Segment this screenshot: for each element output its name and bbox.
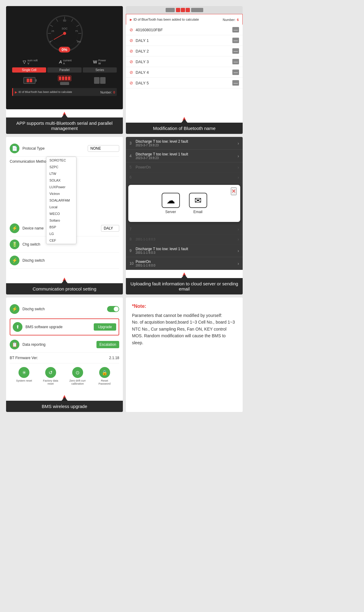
escalation-button[interactable]: Escalation: [96, 341, 119, 348]
option-luxpower[interactable]: LUXPower: [46, 184, 76, 190]
dischg-upgrade-label: Dischg switch: [22, 307, 104, 311]
factory-reset-action[interactable]: ↺ Factory data reset: [42, 367, 59, 385]
device-item-0: ⊘ 401608010FBF —: [126, 25, 243, 35]
fault-item-2[interactable]: 5 PowerOn ›: [126, 162, 243, 172]
email-icon: ✉: [194, 195, 201, 206]
device-name-2: DALY 2: [136, 49, 149, 53]
option-victron[interactable]: Victron: [46, 190, 76, 197]
remove-device-2[interactable]: —: [232, 48, 239, 54]
svg-line-7: [71, 19, 73, 22]
tab-single-cell[interactable]: Single Cell: [12, 67, 46, 73]
bottom-actions: ✳ System reset ↺ Factory data reset ⊙ Ze…: [10, 363, 119, 389]
dischg-toggle[interactable]: [107, 306, 119, 312]
fault-item-6[interactable]: 9 Discharge T too low: level 1 fault 200…: [126, 244, 243, 257]
metrics-row: ▽ sum volt V A current A: [9, 58, 120, 66]
note-content: *Note: Parameters that cannot be modifie…: [126, 298, 243, 412]
bt-device-count: 6: [237, 18, 239, 22]
option-soltaro[interactable]: Soltaro: [46, 217, 76, 224]
chg-icon: 🔋: [10, 240, 19, 249]
option-lg[interactable]: LG: [46, 230, 76, 237]
volt-unit: V: [27, 62, 38, 65]
system-reset-icon: ✳: [19, 367, 29, 378]
remove-device-4[interactable]: —: [232, 70, 239, 75]
device-name-input[interactable]: [101, 225, 119, 232]
fault-arrow-5: ›: [238, 237, 239, 242]
question-icon-5: ⊘: [130, 80, 133, 85]
question-icon-1: ⊘: [130, 38, 133, 43]
fault-item-5[interactable]: 8 2001-1-1 8:0:3 ›: [126, 234, 243, 244]
fault-list: 3 Discharge T too low: level 2 fault 202…: [126, 137, 243, 270]
option-sorotec[interactable]: SOROTEC: [46, 157, 76, 164]
email-icon-box: ✉: [189, 193, 207, 208]
server-label: Server: [165, 210, 176, 214]
upgrade-content: ⚡ Dischg switch ⬆ BMS software upgrade U…: [6, 298, 123, 393]
reporting-icon: 📋: [10, 340, 19, 349]
email-label: Email: [193, 210, 202, 214]
bms-dashboard: 50 25 75 0 100 SOC 0%: [6, 6, 123, 109]
fault-item-7[interactable]: 10 PowerOn 2001-1-1 8:0:0 ›: [126, 257, 243, 270]
metric-current: A current A: [59, 59, 72, 65]
fault-title-7: PowerOn: [136, 260, 238, 264]
option-solax[interactable]: SOLAX: [46, 177, 76, 184]
protocol-select[interactable]: NONE SOROTEC SZPC LTW SOLAX LUXPower Vic…: [88, 145, 119, 152]
reset-password-action[interactable]: 🔒 Reset Password: [96, 367, 113, 385]
fault-item-1[interactable]: 4 Discharge T too low: level 1 fault 202…: [126, 150, 243, 162]
cell-comm-protocol: 📄 Protocal Type NONE SOROTEC SZPC LTW SO…: [6, 137, 123, 294]
system-reset-action[interactable]: ✳ System reset: [16, 367, 32, 385]
upgrade-button[interactable]: Upgrade: [94, 323, 116, 331]
bt-added-text: ID of BlueTooth has been added to calcul…: [133, 18, 199, 21]
remove-device-3[interactable]: —: [232, 59, 239, 64]
doc-icon: 📄: [12, 146, 18, 151]
svg-line-5: [56, 19, 58, 22]
option-bsp[interactable]: BSP: [46, 224, 76, 230]
comm-method-row: Communication Method SOROTEC SZPC LTW SO…: [10, 157, 119, 166]
option-local[interactable]: Local: [46, 204, 76, 210]
svg-line-8: [76, 25, 79, 27]
power-icon: W: [93, 59, 97, 64]
metric-power: W Power W: [93, 59, 106, 65]
fault-item-3[interactable]: 6 ›: [126, 172, 243, 182]
fault-arrow-1: ›: [238, 154, 239, 158]
option-ltw[interactable]: LTW: [46, 170, 76, 177]
bt-header-icon: ▶: [130, 18, 132, 21]
option-szpc[interactable]: SZPC: [46, 164, 76, 170]
close-dialog-button[interactable]: ✕: [231, 187, 237, 195]
option-cef[interactable]: CEF: [46, 237, 76, 244]
upload-server-option[interactable]: ☁ Server: [162, 193, 180, 214]
remove-device-0[interactable]: —: [232, 27, 239, 32]
fault-num-0: 3: [130, 141, 136, 145]
protocol-dropdown[interactable]: NONE SOROTEC SZPC LTW SOLAX LUXPower Vic…: [88, 145, 119, 152]
fault-num-6: 9: [130, 249, 136, 253]
fault-item-0[interactable]: 3 Discharge T too low: level 2 fault 202…: [126, 137, 243, 150]
svg-point-17: [63, 32, 66, 35]
device-left-0: ⊘ 401608010FBF: [130, 27, 163, 32]
fault-num-2: 5: [130, 165, 136, 169]
fault-item-4[interactable]: 7 ›: [126, 224, 243, 234]
upload-email-option[interactable]: ✉ Email: [189, 193, 207, 214]
remove-device-5[interactable]: —: [232, 80, 239, 86]
cloud-upload-icon: ☁: [167, 195, 175, 206]
remove-device-1[interactable]: —: [232, 38, 239, 43]
bt-number-display: Number: 6: [223, 17, 239, 22]
factory-reset-icon: ↺: [45, 367, 56, 378]
svg-line-16: [54, 33, 65, 39]
caption-5: BMS wireless upgrade: [6, 401, 123, 412]
fault-num-7: 10: [130, 261, 136, 266]
tab-parallel[interactable]: Parallel: [47, 67, 81, 73]
dashboard-content: 50 25 75 0 100 SOC 0%: [6, 6, 123, 109]
device-left-4: ⊘ DALY 4: [130, 70, 149, 75]
bt-device-icon: ⚡: [10, 223, 19, 233]
bms-upgrade-panel: ⚡ Dischg switch ⬆ BMS software upgrade U…: [6, 298, 123, 393]
zero-drift-action[interactable]: ⊙ Zero drift curr calibration: [69, 367, 86, 385]
zero-drift-icon: ⊙: [72, 367, 83, 378]
option-weco[interactable]: WECO: [46, 210, 76, 217]
comm-setting-panel: 📄 Protocal Type NONE SOROTEC SZPC LTW SO…: [6, 137, 123, 272]
battery-plus-icon: 🔋: [12, 242, 18, 247]
tab-series[interactable]: Series: [83, 67, 117, 73]
option-soalarfam[interactable]: SOALARFAM: [46, 197, 76, 204]
bms-upgrade-icon: ⬆: [13, 322, 22, 332]
current-label: current: [63, 59, 72, 62]
device-item-3: ⊘ DALY 3 —: [126, 56, 243, 67]
fault-date-5: 2001-1-1 8:0:3: [136, 238, 238, 241]
device-item-4: ⊘ DALY 4 —: [126, 67, 243, 78]
